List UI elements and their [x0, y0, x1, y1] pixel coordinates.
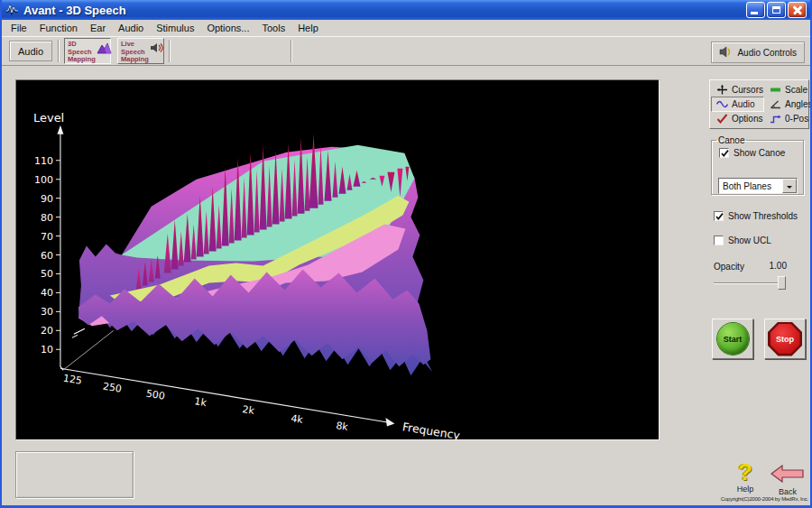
- panel-button-label: Audio: [732, 99, 755, 109]
- panel-button-cursors[interactable]: Cursors: [711, 82, 764, 97]
- opacity-slider-thumb[interactable]: [778, 276, 786, 290]
- level-axis-title: Level: [33, 111, 64, 125]
- checkbox-box[interactable]: [719, 148, 729, 158]
- window-controls: [746, 2, 807, 18]
- copyright-text: Copyright(C)2000-2004 by MedRx, Inc.: [721, 496, 808, 502]
- canoe-group: Canoe Show Canoe Both Planes: [711, 135, 804, 195]
- show-ucl-checkbox[interactable]: Show UCL: [714, 236, 771, 245]
- show-thresholds-checkbox[interactable]: Show Thresholds: [714, 211, 798, 221]
- checkbox-box[interactable]: [714, 211, 724, 221]
- planes-dropdown[interactable]: Both Planes: [718, 178, 798, 194]
- live-speech-mapping-label: Live Speech Mapping: [121, 41, 149, 64]
- stop-label: Stop: [776, 335, 794, 344]
- menu-item-help[interactable]: Help: [291, 21, 325, 35]
- speech-mapping-3d-label: 3D Speech Mapping: [68, 41, 96, 64]
- panel-button-label: Angles: [785, 99, 812, 109]
- speaker-icon: [719, 45, 732, 60]
- chart-3d-speech-surface[interactable]: 110100908070605040302010 Level 125250500…: [15, 79, 660, 440]
- speech-mapping-3d-button[interactable]: 3D Speech Mapping: [64, 38, 111, 64]
- svg-text:100: 100: [34, 174, 53, 186]
- svg-text:125: 125: [62, 373, 83, 387]
- svg-text:4k: 4k: [291, 412, 305, 426]
- panel-button-label: Options: [732, 114, 762, 124]
- scale-icon: [770, 85, 781, 95]
- live-speech-mapping-button[interactable]: Live Speech Mapping: [117, 38, 164, 64]
- audio-button[interactable]: Audio: [9, 41, 52, 61]
- toolbar: Audio 3D Speech Mapping Live Speech Mapp…: [2, 36, 810, 66]
- toolbar-separator: [169, 40, 171, 62]
- start-circle-icon: Start: [717, 323, 749, 355]
- app-window: Avant - 3D Speech FileFunctionEarAudioSt…: [0, 0, 812, 508]
- stop-button[interactable]: Stop: [764, 319, 806, 359]
- title-bar: Avant - 3D Speech: [2, 0, 810, 20]
- back-arrow-icon: [770, 465, 805, 483]
- slider-track: [714, 282, 786, 284]
- close-button[interactable]: [788, 2, 807, 18]
- checkbox-box[interactable]: [714, 236, 724, 245]
- panel-button-scale[interactable]: Scale: [764, 82, 812, 97]
- minimize-button[interactable]: [746, 2, 765, 18]
- show-canoe-checkbox[interactable]: Show Canoe: [719, 148, 803, 158]
- menu-item-audio[interactable]: Audio: [112, 21, 150, 35]
- level-axis: 110100908070605040302010 Level: [33, 111, 64, 370]
- depth-axis: [63, 328, 114, 370]
- svg-text:30: 30: [41, 306, 53, 318]
- panel-button-options[interactable]: Options: [711, 112, 764, 126]
- cursors-icon: [716, 85, 728, 95]
- back-label: Back: [768, 487, 807, 496]
- maximize-button[interactable]: [767, 2, 786, 18]
- menu-item-ear[interactable]: Ear: [84, 21, 112, 35]
- menu-item-tools[interactable]: Tools: [255, 21, 291, 35]
- canoe-group-title: Canoe: [716, 135, 746, 145]
- start-button[interactable]: Start: [712, 319, 753, 359]
- toolbar-separator: [58, 40, 60, 62]
- audio-wave-icon: [716, 99, 728, 109]
- opacity-value: 1.00: [770, 261, 787, 271]
- menu-item-stimulus[interactable]: Stimulus: [150, 21, 200, 35]
- svg-text:60: 60: [41, 250, 53, 262]
- stop-octagon-icon: Stop: [768, 322, 802, 356]
- opacity-label: Opacity: [714, 262, 744, 272]
- maximize-icon: [772, 6, 780, 14]
- svg-text:2k: 2k: [242, 403, 256, 417]
- planes-dropdown-value: Both Planes: [719, 179, 782, 193]
- opacity-slider[interactable]: [714, 276, 788, 291]
- dropdown-arrow-button[interactable]: [782, 179, 797, 193]
- menu-item-function[interactable]: Function: [33, 21, 84, 35]
- panel-button-0-pos[interactable]: 0-Pos: [764, 112, 812, 126]
- bottom-left-panel: [15, 451, 134, 498]
- options-check-icon: [716, 114, 728, 124]
- svg-text:20: 20: [41, 325, 53, 337]
- back-button[interactable]: Back: [768, 465, 807, 496]
- speaker-icon: [150, 42, 163, 57]
- panel-button-label: 0-Pos: [785, 114, 808, 124]
- zero-pos-icon: [770, 114, 781, 124]
- panel-button-audio[interactable]: Audio: [711, 97, 764, 111]
- mountain-surface-icon: [97, 42, 112, 57]
- angles-icon: [770, 99, 781, 109]
- chevron-down-icon: [787, 186, 792, 191]
- show-thresholds-label: Show Thresholds: [728, 211, 798, 221]
- menu-item-file[interactable]: File: [5, 21, 33, 35]
- svg-text:50: 50: [41, 268, 53, 280]
- svg-text:500: 500: [145, 388, 166, 402]
- panel-button-label: Cursors: [732, 85, 763, 95]
- audio-controls-button[interactable]: Audio Controls: [711, 42, 805, 63]
- svg-text:1k: 1k: [194, 395, 208, 409]
- help-button[interactable]: ? Help: [729, 460, 761, 494]
- main-area: 110100908070605040302010 Level 125250500…: [2, 66, 810, 505]
- svg-text:110: 110: [34, 155, 53, 167]
- svg-text:70: 70: [41, 231, 53, 243]
- menu-item-options[interactable]: Options...: [200, 21, 255, 35]
- audio-controls-label: Audio Controls: [737, 48, 797, 58]
- start-label: Start: [724, 335, 743, 344]
- show-ucl-label: Show UCL: [728, 236, 771, 245]
- show-canoe-label: Show Canoe: [734, 148, 785, 158]
- app-icon: [5, 4, 19, 17]
- panel-button-angles[interactable]: Angles: [764, 97, 812, 111]
- minimize-icon: [751, 12, 758, 14]
- svg-text:40: 40: [41, 287, 53, 299]
- help-label: Help: [729, 485, 761, 494]
- svg-text:80: 80: [41, 212, 53, 224]
- display-tools-panel: CursorsScaleAudioAnglesOptions0-Pos: [709, 79, 809, 129]
